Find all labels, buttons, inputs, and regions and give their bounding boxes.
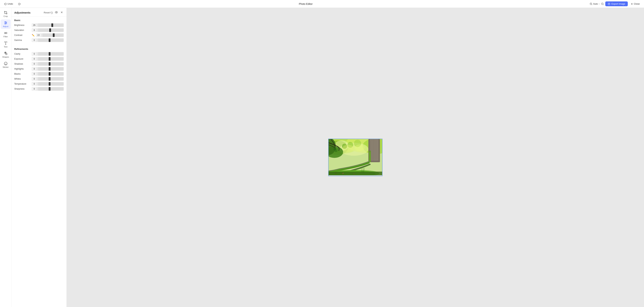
reset-icon	[50, 12, 53, 14]
undo-button[interactable]: Undo	[3, 2, 14, 6]
zoom-out-icon	[601, 3, 604, 5]
exposure-slider[interactable]: 0	[32, 57, 64, 61]
undo-label: Undo	[8, 3, 13, 5]
highlights-thumb[interactable]	[49, 67, 50, 71]
contrast-thumb[interactable]	[53, 33, 54, 37]
clarity-thumb[interactable]	[49, 52, 50, 56]
zoom-dropdown[interactable]: Auto	[593, 3, 600, 5]
adj-close-icon	[60, 11, 63, 14]
gamma-track	[38, 38, 64, 42]
adjustments-panel: Adjustments Reset Basic Brightness	[12, 8, 67, 307]
brightness-slider[interactable]: 26	[32, 23, 64, 27]
gamma-row: Gamma 0	[14, 38, 64, 42]
adj-close-button[interactable]	[60, 10, 64, 15]
sharpness-thumb[interactable]	[49, 87, 50, 91]
svg-point-62	[342, 145, 354, 152]
shadows-slider[interactable]: 0	[32, 62, 64, 66]
temperature-track	[38, 82, 64, 86]
whites-label: Whites	[14, 78, 30, 80]
exposure-label: Exposure	[14, 58, 30, 60]
eye-button[interactable]	[54, 10, 58, 15]
brightness-value: 26	[32, 23, 37, 27]
sidebar-label-shapes: Shapes	[2, 56, 9, 58]
exposure-thumb[interactable]	[49, 57, 50, 61]
saturation-thumb[interactable]	[49, 28, 51, 32]
shadows-track	[38, 62, 64, 66]
sidebar-label-crop: Crop	[4, 15, 8, 17]
eye-icon	[55, 11, 58, 14]
undo-icon	[4, 3, 7, 5]
svg-rect-40	[370, 139, 378, 161]
temperature-label: Temperature	[14, 83, 30, 85]
contrast-slider[interactable]: 22	[36, 33, 64, 37]
adj-header: Adjustments Reset	[12, 8, 66, 17]
contrast-label: Contrast	[14, 34, 30, 37]
photo-container	[328, 139, 382, 176]
topbar: Undo Photo Editor Auto Export Image Clos…	[0, 0, 644, 8]
svg-point-16	[5, 24, 6, 24]
blacks-slider[interactable]: 0	[32, 72, 64, 76]
sticker-icon	[4, 62, 8, 66]
main-layout: Crop Adjust Filter Text	[0, 8, 644, 307]
sidebar-item-sticker[interactable]: Sticker	[1, 60, 11, 70]
basic-section: Basic Brightness 26 Saturation 6	[12, 17, 66, 46]
whites-thumb[interactable]	[49, 77, 50, 81]
svg-point-24	[4, 62, 7, 65]
highlights-row: Highlights 0	[14, 67, 64, 71]
exposure-row: Exposure 0	[14, 57, 64, 61]
sidebar-item-adjust[interactable]: Adjust	[1, 20, 11, 29]
brightness-track	[38, 23, 64, 27]
export-icon	[608, 3, 610, 5]
sharpness-label: Sharpness	[14, 88, 30, 90]
svg-rect-22	[6, 53, 7, 55]
shapes-icon	[4, 51, 8, 55]
shadows-thumb[interactable]	[49, 62, 50, 66]
clarity-slider[interactable]: 0	[32, 52, 64, 56]
highlights-label: Highlights	[14, 68, 30, 70]
icon-sidebar: Crop Adjust Filter Text	[0, 8, 12, 307]
zoom-in-icon	[590, 3, 592, 5]
sidebar-item-shapes[interactable]: Shapes	[1, 50, 11, 60]
blacks-thumb[interactable]	[49, 72, 50, 76]
redo-button[interactable]	[16, 2, 22, 6]
svg-point-58	[334, 148, 336, 151]
temperature-thumb[interactable]	[49, 82, 50, 86]
chevron-down-icon	[598, 3, 600, 5]
sidebar-item-text[interactable]: Text	[1, 40, 11, 49]
svg-line-5	[603, 5, 604, 5]
saturation-label: Saturation	[14, 29, 30, 32]
gamma-slider[interactable]: 0	[32, 38, 64, 42]
whites-slider[interactable]: 0	[32, 77, 64, 81]
sharpness-slider[interactable]: 0	[32, 87, 64, 91]
sharpness-track	[38, 87, 64, 91]
svg-rect-47	[369, 152, 370, 162]
exposure-track	[38, 57, 64, 61]
highlights-slider[interactable]: 0	[32, 67, 64, 71]
photo-image	[328, 139, 382, 175]
clarity-row: Clarity 0	[14, 52, 64, 56]
contrast-row: Contrast ✏️ 22	[14, 33, 64, 37]
sidebar-item-crop[interactable]: Crop	[1, 9, 11, 19]
highlights-value: 0	[32, 67, 37, 71]
adj-title: Adjustments	[14, 11, 30, 14]
gamma-thumb[interactable]	[49, 38, 50, 42]
brightness-thumb[interactable]	[52, 23, 53, 27]
contrast-value: 22	[36, 33, 41, 37]
shadows-row: Shadows 0	[14, 62, 64, 66]
saturation-slider[interactable]: 6	[32, 28, 64, 32]
zoom-label: Auto	[593, 3, 598, 5]
reset-label: Reset	[44, 11, 50, 14]
close-button[interactable]: Close	[629, 2, 641, 6]
adjust-icon	[4, 21, 8, 25]
svg-point-17	[4, 32, 6, 34]
gamma-value: 0	[32, 38, 37, 42]
sidebar-item-filter[interactable]: Filter	[1, 30, 11, 39]
clarity-value: 0	[32, 52, 37, 56]
temperature-slider[interactable]: 0	[32, 82, 64, 86]
whites-row: Whites 0	[14, 77, 64, 81]
brightness-row: Brightness 26	[14, 23, 64, 27]
whites-track	[38, 77, 64, 81]
export-button[interactable]: Export Image	[605, 2, 628, 6]
contrast-edit-icon[interactable]: ✏️	[32, 34, 34, 37]
reset-area[interactable]: Reset	[44, 11, 53, 14]
